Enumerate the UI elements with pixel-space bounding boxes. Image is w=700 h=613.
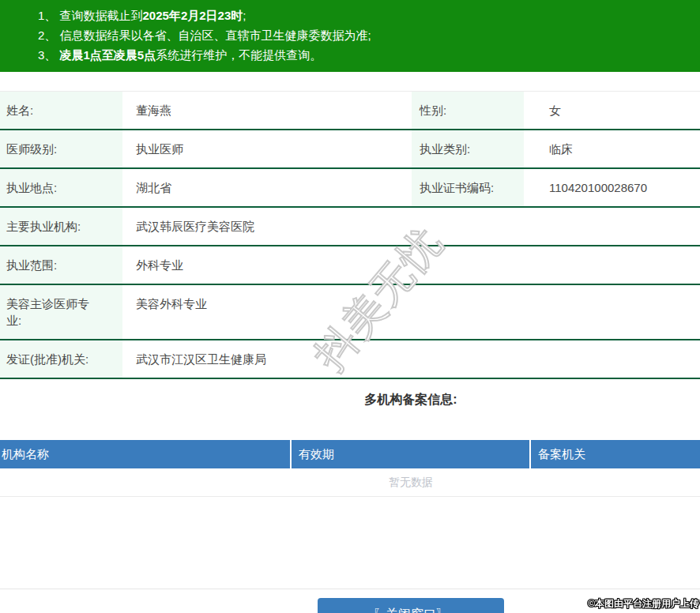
practice-scope-value: 外科专业 (122, 246, 700, 284)
table-row: 美容主诊医师专业: 美容外科专业 (0, 284, 700, 340)
upload-stamp-text: ©本图由平台注册用户上传 (588, 597, 699, 611)
gender-label: 性别: (412, 92, 524, 130)
notice-line-1-tail: ; (243, 9, 246, 22)
notice-line-3: 3、 凌晨1点至凌晨5点系统进行维护，不能提供查询。 (38, 45, 700, 65)
notice-line-1-bold: 2025年2月2日23时 (143, 9, 243, 22)
doctor-level-value: 执业医师 (122, 130, 412, 168)
practice-location-value: 湖北省 (122, 168, 412, 207)
gender-value: 女 (524, 92, 700, 130)
page-container: 1、 查询数据截止到2025年2月2日23时; 2、 信息数据结果以各省、自治区… (0, 0, 700, 613)
practice-scope-label: 执业范围: (0, 246, 122, 284)
notice-line-3-bold: 凌晨1点至凌晨5点 (60, 48, 156, 62)
notice-line-3-text: 3、 (38, 48, 60, 62)
multi-institution-records-table: 机构名称 有效期 备案机关 暂无数据 (0, 440, 700, 497)
notice-line-1: 1、 查询数据截止到2025年2月2日23时; (38, 6, 700, 25)
practice-category-value: 临床 (524, 130, 700, 168)
certificate-number-value: 110420100028670 (524, 168, 700, 207)
table-row: 医师级别: 执业医师 执业类别: 临床 (0, 130, 700, 168)
no-data-message: 暂无数据 (0, 468, 700, 497)
table-row: 姓名: 董海燕 性别: 女 (0, 92, 700, 130)
cosmetic-specialty-value: 美容外科专业 (122, 284, 700, 340)
footer-divider (0, 589, 700, 589)
practitioner-detail-table: 姓名: 董海燕 性别: 女 医师级别: 执业医师 执业类别: 临床 执业地点: … (0, 91, 700, 379)
issuing-authority-label: 发证(批准)机关: (0, 340, 122, 378)
cosmetic-specialty-label: 美容主诊医师专业: (0, 284, 122, 340)
multi-institution-section-title: 多机构备案信息: (0, 391, 700, 408)
doctor-level-label: 医师级别: (0, 130, 122, 168)
certificate-number-label: 执业证书编码: (412, 168, 524, 207)
practice-location-label: 执业地点: (0, 168, 122, 207)
institution-name-header: 机构名称 (0, 440, 291, 468)
filing-authority-header: 备案机关 (530, 440, 700, 468)
practice-category-label: 执业类别: (412, 130, 524, 168)
name-value: 董海燕 (122, 92, 412, 130)
notice-banner: 1、 查询数据截止到2025年2月2日23时; 2、 信息数据结果以各省、自治区… (0, 0, 700, 72)
notice-line-1-text: 1、 查询数据截止到 (38, 9, 143, 22)
table-row: 执业范围: 外科专业 (0, 246, 700, 284)
main-institution-label: 主要执业机构: (0, 207, 122, 246)
validity-period-header: 有效期 (291, 440, 530, 468)
records-header-row: 机构名称 有效期 备案机关 (0, 440, 700, 468)
records-empty-row: 暂无数据 (0, 468, 700, 497)
notice-line-3-tail: 系统进行维护，不能提供查询。 (156, 48, 322, 62)
name-label: 姓名: (0, 92, 122, 130)
table-row: 发证(批准)机关: 武汉市江汉区卫生健康局 (0, 340, 700, 378)
main-institution-value: 武汉韩辰医疗美容医院 (122, 207, 700, 246)
table-row: 执业地点: 湖北省 执业证书编码: 110420100028670 (0, 168, 700, 207)
table-row: 主要执业机构: 武汉韩辰医疗美容医院 (0, 207, 700, 246)
issuing-authority-value: 武汉市江汉区卫生健康局 (122, 340, 700, 378)
close-window-button[interactable]: 〖关闭窗口〗 (318, 598, 504, 613)
notice-line-2-text: 2、 信息数据结果以各省、自治区、直辖市卫生健康委数据为准; (38, 28, 371, 42)
notice-line-2: 2、 信息数据结果以各省、自治区、直辖市卫生健康委数据为准; (38, 25, 700, 45)
